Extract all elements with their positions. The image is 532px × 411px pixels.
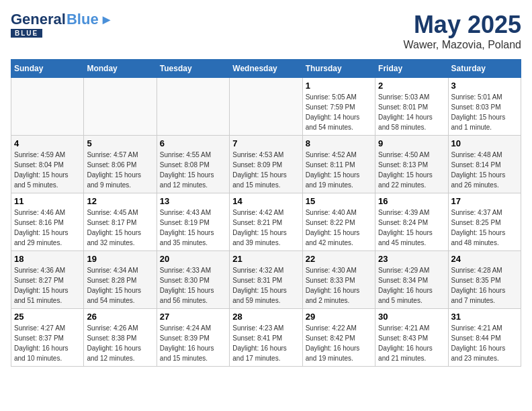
sunset-text: Sunset: 8:13 PM	[378, 161, 428, 169]
table-row: 29Sunrise: 4:22 AMSunset: 8:42 PMDayligh…	[302, 309, 375, 367]
day-info: Sunrise: 4:23 AMSunset: 8:41 PMDaylight:…	[232, 323, 299, 363]
daylight-text: and 56 minutes.	[160, 297, 208, 304]
day-number: 20	[160, 254, 226, 264]
sunrise-text: Sunrise: 4:32 AM	[232, 267, 283, 274]
table-row: 31Sunrise: 4:21 AMSunset: 8:44 PMDayligh…	[448, 309, 521, 367]
sunset-text: Sunset: 8:41 PM	[232, 334, 282, 342]
page-header: General Blue ► BLUE May 2025 Wawer, Mazo…	[11, 11, 521, 51]
daylight-text: and 32 minutes.	[87, 239, 134, 246]
table-row: 25Sunrise: 4:27 AMSunset: 8:37 PMDayligh…	[11, 309, 84, 367]
table-row: 20Sunrise: 4:33 AMSunset: 8:30 PMDayligh…	[157, 251, 229, 309]
day-number: 8	[306, 138, 372, 148]
sunset-text: Sunset: 8:14 PM	[451, 161, 501, 169]
table-row: 16Sunrise: 4:39 AMSunset: 8:24 PMDayligh…	[375, 193, 448, 251]
col-thursday: Thursday	[302, 60, 375, 78]
month-title: May 2025	[404, 11, 521, 39]
day-number: 31	[451, 312, 518, 322]
sunset-text: Sunset: 8:31 PM	[232, 277, 282, 284]
day-info: Sunrise: 4:37 AMSunset: 8:25 PMDaylight:…	[451, 208, 518, 248]
daylight-text: Daylight: 16 hours	[160, 345, 214, 352]
daylight-text: and 51 minutes.	[14, 297, 62, 304]
sunrise-text: Sunrise: 5:03 AM	[378, 93, 429, 101]
sunset-text: Sunset: 8:39 PM	[160, 334, 210, 342]
sunrise-text: Sunrise: 4:28 AM	[451, 267, 502, 274]
day-info: Sunrise: 4:34 AMSunset: 8:28 PMDaylight:…	[87, 265, 153, 306]
daylight-text: Daylight: 15 hours	[160, 171, 214, 179]
daylight-text: and 19 minutes.	[306, 181, 353, 189]
daylight-text: and 12 minutes.	[160, 181, 208, 189]
day-number: 3	[451, 81, 518, 91]
day-info: Sunrise: 4:42 AMSunset: 8:21 PMDaylight:…	[232, 208, 299, 248]
sunrise-text: Sunrise: 4:33 AM	[160, 267, 211, 274]
table-row: 30Sunrise: 4:21 AMSunset: 8:43 PMDayligh…	[375, 309, 448, 367]
daylight-text: and 5 minutes.	[378, 297, 423, 304]
day-info: Sunrise: 4:48 AMSunset: 8:14 PMDaylight:…	[451, 150, 518, 190]
sunset-text: Sunset: 8:09 PM	[232, 161, 282, 169]
table-row: 17Sunrise: 4:37 AMSunset: 8:25 PMDayligh…	[448, 193, 521, 251]
day-info: Sunrise: 4:36 AMSunset: 8:27 PMDaylight:…	[14, 265, 81, 306]
sunrise-text: Sunrise: 4:21 AM	[378, 324, 429, 332]
sunset-text: Sunset: 8:37 PM	[14, 334, 64, 342]
sunrise-text: Sunrise: 4:59 AM	[14, 151, 65, 158]
day-info: Sunrise: 5:03 AMSunset: 8:01 PMDaylight:…	[378, 92, 445, 132]
day-info: Sunrise: 4:52 AMSunset: 8:11 PMDaylight:…	[306, 150, 372, 190]
logo-tagline: BLUE	[11, 29, 42, 38]
table-row: 28Sunrise: 4:23 AMSunset: 8:41 PMDayligh…	[230, 309, 302, 367]
day-number: 22	[306, 254, 372, 264]
day-number: 14	[232, 196, 299, 206]
day-number: 9	[378, 138, 445, 148]
day-number: 4	[14, 138, 81, 148]
day-number: 11	[14, 196, 81, 206]
day-info: Sunrise: 4:21 AMSunset: 8:44 PMDaylight:…	[451, 323, 518, 363]
day-info: Sunrise: 4:30 AMSunset: 8:33 PMDaylight:…	[306, 265, 372, 306]
daylight-text: and 45 minutes.	[378, 239, 426, 246]
table-row: 7Sunrise: 4:53 AMSunset: 8:09 PMDaylight…	[230, 136, 302, 193]
table-row: 14Sunrise: 4:42 AMSunset: 8:21 PMDayligh…	[230, 193, 302, 251]
sunrise-text: Sunrise: 4:57 AM	[87, 151, 138, 158]
table-row: 12Sunrise: 4:45 AMSunset: 8:17 PMDayligh…	[84, 193, 157, 251]
daylight-text: and 19 minutes.	[306, 355, 353, 362]
day-info: Sunrise: 4:46 AMSunset: 8:16 PMDaylight:…	[14, 208, 81, 248]
sunset-text: Sunset: 7:59 PM	[306, 103, 355, 111]
table-row: 10Sunrise: 4:48 AMSunset: 8:14 PMDayligh…	[448, 136, 521, 193]
table-row	[230, 78, 302, 136]
sunset-text: Sunset: 8:06 PM	[87, 161, 136, 169]
day-info: Sunrise: 4:24 AMSunset: 8:39 PMDaylight:…	[160, 323, 226, 363]
sunset-text: Sunset: 8:03 PM	[451, 103, 501, 111]
col-saturday: Saturday	[448, 60, 521, 78]
sunrise-text: Sunrise: 4:45 AM	[87, 209, 138, 216]
day-info: Sunrise: 4:33 AMSunset: 8:30 PMDaylight:…	[160, 265, 226, 306]
daylight-text: Daylight: 15 hours	[451, 113, 506, 121]
calendar-header-row: Sunday Monday Tuesday Wednesday Thursday…	[11, 60, 521, 78]
sunset-text: Sunset: 8:25 PM	[451, 219, 501, 226]
sunrise-text: Sunrise: 4:37 AM	[451, 209, 502, 216]
daylight-text: Daylight: 16 hours	[306, 345, 360, 352]
table-row: 26Sunrise: 4:26 AMSunset: 8:38 PMDayligh…	[84, 309, 157, 367]
day-info: Sunrise: 4:59 AMSunset: 8:04 PMDaylight:…	[14, 150, 81, 190]
day-info: Sunrise: 4:29 AMSunset: 8:34 PMDaylight:…	[378, 265, 445, 306]
daylight-text: and 22 minutes.	[378, 181, 426, 189]
daylight-text: and 48 minutes.	[451, 239, 499, 246]
table-row: 27Sunrise: 4:24 AMSunset: 8:39 PMDayligh…	[157, 309, 229, 367]
daylight-text: Daylight: 15 hours	[14, 287, 69, 294]
daylight-text: and 54 minutes.	[306, 124, 353, 131]
day-number: 12	[87, 196, 153, 206]
logo: General Blue ► BLUE	[11, 11, 113, 38]
sunset-text: Sunset: 8:04 PM	[14, 161, 64, 169]
sunset-text: Sunset: 8:21 PM	[232, 219, 282, 226]
day-number: 13	[160, 196, 226, 206]
table-row: 11Sunrise: 4:46 AMSunset: 8:16 PMDayligh…	[11, 193, 84, 251]
day-number: 17	[451, 196, 518, 206]
col-monday: Monday	[84, 60, 157, 78]
calendar-week-row: 25Sunrise: 4:27 AMSunset: 8:37 PMDayligh…	[11, 309, 521, 367]
daylight-text: Daylight: 15 hours	[14, 171, 69, 179]
daylight-text: and 26 minutes.	[451, 181, 499, 189]
day-number: 1	[306, 81, 372, 91]
daylight-text: Daylight: 16 hours	[378, 345, 433, 352]
table-row: 23Sunrise: 4:29 AMSunset: 8:34 PMDayligh…	[375, 251, 448, 309]
day-info: Sunrise: 5:01 AMSunset: 8:03 PMDaylight:…	[451, 92, 518, 132]
day-info: Sunrise: 4:43 AMSunset: 8:19 PMDaylight:…	[160, 208, 226, 248]
daylight-text: Daylight: 16 hours	[451, 287, 506, 294]
day-number: 19	[87, 254, 153, 264]
sunrise-text: Sunrise: 4:48 AM	[451, 151, 502, 158]
